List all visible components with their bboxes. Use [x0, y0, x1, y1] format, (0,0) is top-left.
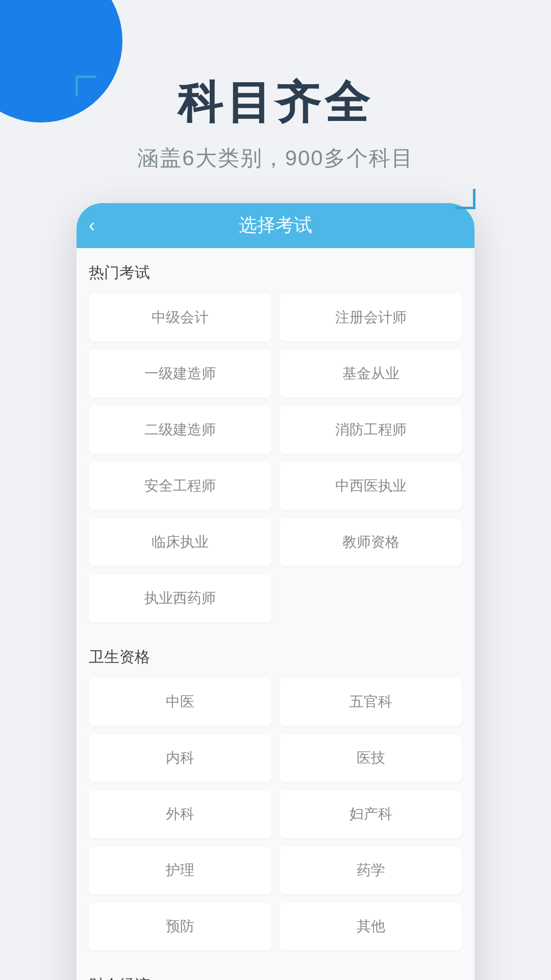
exam-item-linchuangzhiye[interactable]: 临床执业 — [89, 518, 271, 566]
exam-item-jiaoshizige[interactable]: 教师资格 — [280, 518, 462, 566]
exam-item-waike[interactable]: 外科 — [89, 790, 271, 838]
category-health-title: 卫生资格 — [89, 647, 462, 668]
exam-item-neike[interactable]: 内科 — [89, 734, 271, 782]
phone-mockup: ‹ 选择考试 热门考试 中级会计 注册会计师 一级建造师 基金从业 二级建造师 … — [77, 203, 474, 980]
exam-item-zhiyexiyaoshi[interactable]: 执业西药师 — [89, 574, 271, 622]
exam-item-erjijianzhashi[interactable]: 二级建造师 — [89, 406, 271, 454]
category-hot: 热门考试 中级会计 注册会计师 一级建造师 基金从业 二级建造师 消防工程师 安… — [89, 248, 462, 632]
nav-title: 选择考试 — [119, 213, 432, 238]
exam-item-anquangongchengshi[interactable]: 安全工程师 — [89, 462, 271, 510]
exam-item-yiji[interactable]: 医技 — [280, 734, 462, 782]
app-content: 热门考试 中级会计 注册会计师 一级建造师 基金从业 二级建造师 消防工程师 安… — [77, 248, 474, 980]
exam-item-xiaofanggongchengshi[interactable]: 消防工程师 — [280, 406, 462, 454]
exam-item-huli[interactable]: 护理 — [89, 846, 271, 894]
category-finance-title: 财会经济 — [89, 975, 462, 980]
exam-item-zhongjikuaiji[interactable]: 中级会计 — [89, 293, 271, 341]
health-exam-grid: 中医 五官科 内科 医技 外科 妇产科 护理 药学 预防 其他 — [89, 678, 462, 950]
back-icon: ‹ — [89, 215, 95, 236]
exam-item-yufang[interactable]: 预防 — [89, 902, 271, 950]
sub-title: 涵盖6大类别，900多个科目 — [0, 144, 551, 173]
exam-item-qita[interactable]: 其他 — [280, 902, 462, 950]
exam-item-yaoxue[interactable]: 药学 — [280, 846, 462, 894]
bracket-bottom-right-decoration — [455, 189, 475, 209]
back-button[interactable]: ‹ — [89, 215, 119, 236]
exam-item-yijijianzhashi[interactable]: 一级建造师 — [89, 350, 271, 398]
category-health: 卫生资格 中医 五官科 内科 医技 外科 妇产科 护理 药学 预防 其他 — [89, 632, 462, 961]
exam-item-zhongxiyizhiye[interactable]: 中西医执业 — [280, 462, 462, 510]
exam-item-wuguanke[interactable]: 五官科 — [280, 678, 462, 726]
app-navbar: ‹ 选择考试 — [77, 203, 474, 248]
category-finance: 财会经济 初级会计 中级会计 — [89, 961, 462, 980]
category-hot-title: 热门考试 — [89, 262, 462, 283]
exam-item-zhucekuaijishi[interactable]: 注册会计师 — [280, 293, 462, 341]
bracket-top-left-decoration — [76, 76, 96, 96]
exam-item-fuchanke[interactable]: 妇产科 — [280, 790, 462, 838]
exam-item-zhongyi[interactable]: 中医 — [89, 678, 271, 726]
header-section: 科目齐全 涵盖6大类别，900多个科目 — [0, 0, 551, 203]
hot-exam-grid: 中级会计 注册会计师 一级建造师 基金从业 二级建造师 消防工程师 安全工程师 … — [89, 293, 462, 622]
exam-item-jijincongye[interactable]: 基金从业 — [280, 350, 462, 398]
